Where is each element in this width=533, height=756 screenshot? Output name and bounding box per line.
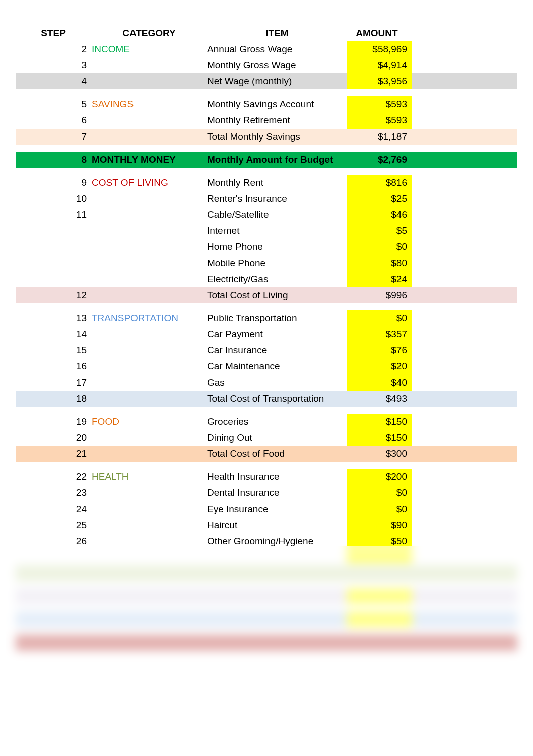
cell-category	[91, 191, 206, 207]
cell-amount: $300	[347, 446, 412, 462]
header-step: STEP	[16, 25, 91, 41]
row-spacer	[16, 407, 517, 414]
cell-item: Total Cost of Food	[206, 446, 347, 462]
cell-amount	[347, 635, 412, 651]
cell-amount: $0	[347, 310, 412, 326]
cell-category: HEALTH	[91, 469, 206, 485]
table-row: 5SAVINGSMonthly Savings Account$593	[16, 96, 517, 112]
cell-step: 13	[16, 310, 91, 326]
cell-item	[206, 611, 347, 627]
row-spacer	[16, 581, 517, 588]
cell-amount: $25	[347, 191, 412, 207]
cell-step: 21	[16, 446, 91, 462]
cell-amount: $20	[347, 358, 412, 374]
table-row: 8MONTHLY MONEYMonthly Amount for Budget$…	[16, 152, 517, 168]
cell-amount: $5	[347, 223, 412, 239]
table-row: 25Haircut$90	[16, 517, 517, 533]
cell-category	[91, 611, 206, 627]
cell-step: 6	[16, 112, 91, 129]
cell-item: Haircut	[206, 517, 347, 533]
header-category: CATEGORY	[91, 25, 206, 41]
table-row: 24Eye Insurance$0	[16, 501, 517, 517]
cell-category: TRANSPORTATION	[91, 310, 206, 326]
cell-amount: $90	[347, 517, 412, 533]
cell-category: INCOME	[91, 41, 206, 57]
table-row: 16Car Maintenance$20	[16, 358, 517, 374]
cell-item: Groceries	[206, 414, 347, 430]
cell-step: 4	[16, 73, 91, 89]
cell-amount: $493	[347, 391, 412, 407]
cell-step: 14	[16, 326, 91, 342]
cell-amount: $50	[347, 533, 412, 549]
cell-amount: $150	[347, 430, 412, 446]
table-row: 17Gas$40	[16, 374, 517, 391]
cell-amount: $46	[347, 207, 412, 223]
cell-item: Monthly Retirement	[206, 112, 347, 129]
cell-category	[91, 239, 206, 255]
table-row: 11Cable/Satellite$46	[16, 207, 517, 223]
cell-item	[206, 588, 347, 604]
cell-category	[91, 635, 206, 651]
cell-item: Car Maintenance	[206, 358, 347, 374]
cell-item: Internet	[206, 223, 347, 239]
header-item: ITEM	[206, 25, 347, 41]
cell-item: Home Phone	[206, 239, 347, 255]
cell-category	[91, 485, 206, 501]
cell-step: 11	[16, 207, 91, 223]
cell-category	[91, 588, 206, 604]
row-spacer	[16, 303, 517, 310]
cell-step: 23	[16, 485, 91, 501]
cell-step: 7	[16, 129, 91, 145]
cell-category	[91, 73, 206, 89]
cell-category	[91, 57, 206, 73]
cell-item: Car Insurance	[206, 342, 347, 358]
row-spacer	[16, 604, 517, 611]
cell-item: Monthly Rent	[206, 175, 347, 191]
cell-item: Monthly Gross Wage	[206, 57, 347, 73]
cell-item: Car Payment	[206, 326, 347, 342]
cell-amount: $200	[347, 469, 412, 485]
cell-category: MONTHLY MONEY	[91, 152, 206, 168]
cell-step: 17	[16, 374, 91, 391]
cell-amount: $3,956	[347, 73, 412, 89]
table-header: STEP CATEGORY ITEM AMOUNT	[16, 25, 517, 41]
cell-category	[91, 271, 206, 287]
cell-step: 2	[16, 41, 91, 57]
cell-step: 20	[16, 430, 91, 446]
table-row: Electricity/Gas$24	[16, 271, 517, 287]
table-row: 19FOODGroceries$150	[16, 414, 517, 430]
cell-amount	[347, 565, 412, 581]
cell-item: Health Insurance	[206, 469, 347, 485]
table-row	[16, 611, 517, 627]
cell-item: Annual Gross Wage	[206, 41, 347, 57]
cell-amount: $0	[347, 485, 412, 501]
table-row: 21Total Cost of Food$300	[16, 446, 517, 462]
table-row: Mobile Phone$80	[16, 255, 517, 271]
cell-item: Monthly Amount for Budget	[206, 152, 347, 168]
table-row: 7Total Monthly Savings$1,187	[16, 129, 517, 145]
cell-amount: $76	[347, 342, 412, 358]
cell-step: 24	[16, 501, 91, 517]
cell-item: Dining Out	[206, 430, 347, 446]
table-row	[16, 565, 517, 581]
cell-step: 25	[16, 517, 91, 533]
cell-item	[206, 565, 347, 581]
cell-category	[91, 549, 206, 565]
cell-category	[91, 533, 206, 549]
cell-item: Total Monthly Savings	[206, 129, 347, 145]
cell-amount	[347, 611, 412, 627]
table-row: 12Total Cost of Living$996	[16, 287, 517, 303]
table-row: 14Car Payment$357	[16, 326, 517, 342]
table-row: 3Monthly Gross Wage$4,914	[16, 57, 517, 73]
cell-item: Total Cost of Living	[206, 287, 347, 303]
cell-item: Public Transportation	[206, 310, 347, 326]
cell-category	[91, 501, 206, 517]
cell-step	[16, 565, 91, 581]
cell-category	[91, 430, 206, 446]
cell-step: 15	[16, 342, 91, 358]
cell-step	[16, 611, 91, 627]
cell-item: Eye Insurance	[206, 501, 347, 517]
table-body: 2INCOMEAnnual Gross Wage$58,9693Monthly …	[16, 41, 517, 549]
row-spacer	[16, 168, 517, 175]
row-spacer	[16, 89, 517, 96]
